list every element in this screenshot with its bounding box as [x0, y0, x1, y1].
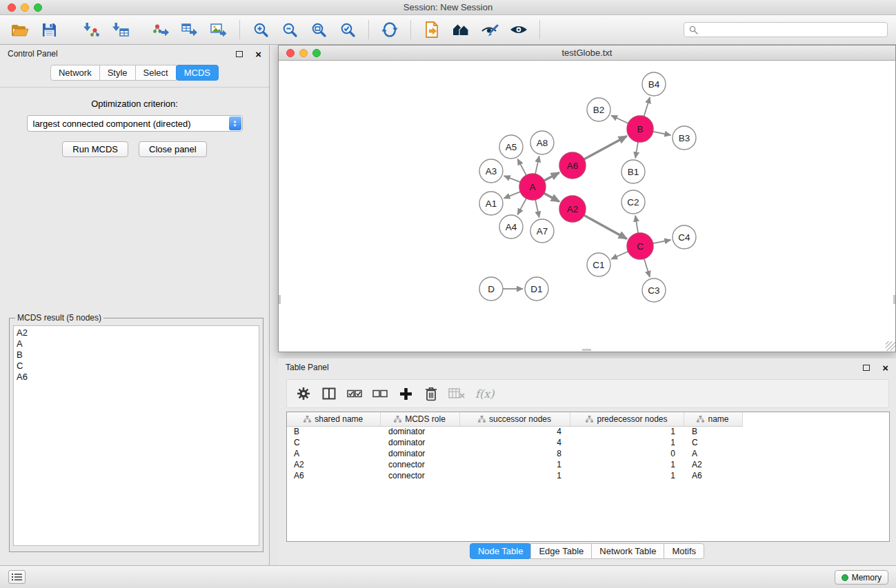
table-cell[interactable]: 4 — [459, 426, 570, 437]
table-cell[interactable]: B — [684, 426, 742, 437]
float-panel-icon[interactable] — [863, 365, 870, 371]
tab-style[interactable]: Style — [99, 65, 136, 81]
table-cell[interactable]: dominator — [380, 426, 459, 437]
close-panel-icon[interactable]: × — [255, 49, 261, 59]
table-cell[interactable]: 1 — [570, 426, 684, 437]
show-graphics-details-button[interactable] — [506, 17, 532, 42]
import-network-button[interactable] — [79, 17, 105, 42]
column-header-name[interactable]: name — [684, 412, 742, 426]
tab-network[interactable]: Network — [50, 65, 100, 81]
graph-edge-A-A7[interactable] — [535, 200, 539, 218]
graph-edge-A-A2[interactable] — [544, 193, 559, 201]
table-cell[interactable]: A — [287, 448, 380, 459]
graph-edge-A6-B[interactable] — [584, 136, 627, 160]
graph-edge-A-A1[interactable] — [504, 192, 521, 199]
graph-edge-A-A3[interactable] — [504, 176, 521, 182]
table-cell[interactable]: 1 — [570, 470, 684, 481]
graph-edge-B-B3[interactable] — [653, 132, 671, 135]
graph-edge-A2-C[interactable] — [584, 215, 627, 239]
import-table-button[interactable] — [108, 17, 134, 42]
network-canvas[interactable]: AA1A2A3A4A5A6A7A8BB1B2B3B4CC1C2C3C4DD1 — [279, 61, 895, 351]
close-panel-icon[interactable]: × — [882, 363, 888, 373]
table-cell[interactable]: A2 — [684, 459, 742, 470]
zoom-fit-button[interactable] — [306, 17, 332, 42]
graph-edge-C-C2[interactable] — [635, 216, 638, 233]
table-cell[interactable]: C — [287, 437, 380, 448]
tab-node-table[interactable]: Node Table — [470, 543, 532, 559]
resize-grip[interactable] — [886, 341, 895, 351]
export-table-button[interactable] — [177, 17, 203, 42]
table-cell[interactable]: 8 — [459, 448, 570, 459]
table-options-button[interactable] — [295, 381, 312, 406]
graph-edge-A-A5[interactable] — [517, 159, 526, 176]
table-cell[interactable]: A2 — [287, 459, 380, 470]
column-header-successor-nodes[interactable]: successor nodes — [459, 412, 570, 426]
zoom-in-button[interactable] — [248, 17, 274, 42]
search-input[interactable] — [701, 25, 882, 34]
select-all-columns-button[interactable] — [346, 381, 363, 406]
table-cell[interactable]: A — [684, 448, 742, 459]
minimize-network-button[interactable] — [299, 49, 308, 57]
table-cell[interactable]: 1 — [570, 437, 684, 448]
graph-edge-B-B1[interactable] — [635, 142, 638, 159]
float-panel-icon[interactable] — [236, 51, 243, 57]
column-header-predecessor-nodes[interactable]: predecessor nodes — [570, 412, 684, 426]
table-cell[interactable]: dominator — [380, 437, 459, 448]
search-box[interactable] — [684, 22, 888, 37]
column-header-mcds-role[interactable]: MCDS role — [380, 412, 459, 426]
run-mcds-button[interactable]: Run MCDS — [62, 141, 128, 157]
welcome-screen-button[interactable] — [448, 17, 474, 42]
table-row[interactable]: Cdominator41C — [287, 437, 742, 448]
close-panel-button[interactable]: Close panel — [139, 141, 207, 157]
table-cell[interactable]: dominator — [380, 448, 459, 459]
graph-edge-C-C4[interactable] — [653, 240, 671, 243]
table-cell[interactable]: 0 — [570, 448, 684, 459]
tab-edge-table[interactable]: Edge Table — [530, 543, 592, 559]
close-network-button[interactable] — [286, 49, 295, 57]
graph-edge-A-A6[interactable] — [544, 172, 559, 181]
deselect-all-columns-button[interactable] — [372, 381, 388, 406]
document-button[interactable] — [419, 17, 445, 42]
tab-mcds[interactable]: MCDS — [176, 65, 219, 81]
table-row[interactable]: Adominator80A — [287, 448, 742, 459]
zoom-selected-button[interactable] — [335, 17, 361, 42]
mcds-result-item[interactable]: B — [17, 349, 259, 361]
tab-select[interactable]: Select — [135, 65, 177, 81]
export-network-button[interactable] — [148, 17, 174, 42]
tab-network-table[interactable]: Network Table — [591, 543, 664, 559]
table-cell[interactable]: 1 — [570, 459, 684, 470]
optimization-dropdown[interactable]: largest connected component (directed) ▲… — [27, 115, 243, 132]
table-cell[interactable]: 1 — [459, 459, 570, 470]
table-cell[interactable]: connector — [380, 459, 459, 470]
table-cell[interactable]: 1 — [459, 470, 570, 481]
table-cell[interactable]: A6 — [684, 470, 742, 481]
delete-table-button[interactable] — [448, 381, 465, 406]
table-cell[interactable]: B — [287, 426, 380, 437]
graph-edge-C-C1[interactable] — [611, 252, 628, 259]
table-cell[interactable]: C — [684, 437, 742, 448]
table-cell[interactable]: 4 — [459, 437, 570, 448]
show-columns-button[interactable] — [321, 381, 337, 406]
graph-edge-B-B2[interactable] — [611, 116, 628, 124]
table-cell[interactable]: connector — [380, 470, 459, 481]
graph-edge-A-A8[interactable] — [535, 156, 539, 174]
apply-layout-button[interactable] — [377, 17, 403, 42]
create-column-button[interactable] — [397, 381, 414, 406]
graph-edge-A-A4[interactable] — [517, 199, 526, 215]
graph-edge-C-C3[interactable] — [644, 258, 650, 277]
fullscreen-window-button[interactable] — [34, 3, 42, 12]
hide-graphics-details-button[interactable] — [477, 17, 503, 42]
minimize-window-button[interactable] — [21, 3, 29, 12]
zoom-out-button[interactable] — [277, 17, 303, 42]
function-builder-button[interactable]: f(x) — [474, 381, 494, 406]
table-row[interactable]: A6connector11A6 — [287, 470, 742, 481]
table-cell[interactable]: A6 — [287, 470, 380, 481]
memory-button[interactable]: Memory — [835, 570, 888, 585]
delete-column-button[interactable] — [423, 381, 439, 406]
table-row[interactable]: Bdominator41B — [287, 426, 742, 437]
close-window-button[interactable] — [8, 3, 16, 12]
task-history-button[interactable] — [8, 570, 26, 584]
column-header-shared-name[interactable]: shared name — [287, 412, 380, 426]
tab-motifs[interactable]: Motifs — [664, 543, 704, 559]
save-session-button[interactable] — [36, 17, 62, 42]
